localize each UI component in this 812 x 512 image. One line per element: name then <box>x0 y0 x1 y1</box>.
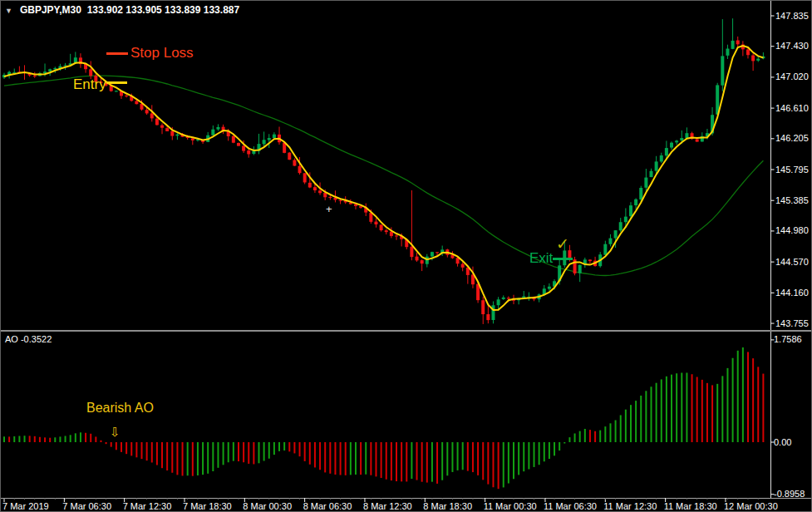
candle-body <box>426 257 429 264</box>
candle-body <box>268 138 271 140</box>
time-axis-label: 11 Mar 12:30 <box>603 501 657 511</box>
candle-body <box>160 126 164 128</box>
candle-body <box>619 222 623 230</box>
candle-body <box>298 166 302 173</box>
candle-body <box>675 140 678 142</box>
price-axis-label: 146.610 <box>775 103 809 113</box>
candle-body <box>247 150 250 154</box>
candle-body <box>273 135 276 138</box>
time-axis-label: 8 Mar 00:30 <box>243 501 292 511</box>
candle-body <box>308 183 312 188</box>
candle-body <box>634 199 637 205</box>
candle-body <box>288 153 291 160</box>
candle-body <box>756 59 760 61</box>
candle-body <box>726 49 729 56</box>
candle-body <box>644 178 647 188</box>
price-axis-label: 144.570 <box>775 257 809 267</box>
candle-body <box>175 135 179 136</box>
candle-body <box>216 127 219 130</box>
candle-body <box>170 131 174 136</box>
candle-body <box>395 235 398 236</box>
exit-check-icon[interactable]: ✓ <box>556 234 569 254</box>
chart-symbol-title: GBPJPY,M30 <box>20 4 81 16</box>
candle-body <box>33 76 37 76</box>
candle-body <box>145 110 149 113</box>
candle-body <box>191 138 194 140</box>
time-axis-label: 8 Mar 12:30 <box>363 501 412 511</box>
time-axis-label: 12 Mar 00:30 <box>724 501 778 511</box>
candle-body <box>497 299 500 305</box>
candle-body <box>155 119 159 126</box>
price-axis-label: 147.835 <box>775 11 809 21</box>
panel-splitter[interactable] <box>1 330 812 332</box>
candle-body <box>588 259 592 261</box>
price-axis-label: 145.385 <box>775 195 809 205</box>
candle-body <box>211 130 214 135</box>
candle-body <box>303 173 307 182</box>
candle-body <box>548 287 551 289</box>
candle-body <box>481 300 485 314</box>
candle-body <box>135 101 138 104</box>
entry-line[interactable] <box>106 81 127 84</box>
stop-loss-line[interactable] <box>106 52 128 55</box>
chart-canvas[interactable] <box>1 1 812 512</box>
chart-window: ▼GBPJPY,M30 133.902 133.905 133.839 133.… <box>0 0 812 512</box>
time-axis-label: 7 Mar 12:30 <box>123 501 172 511</box>
candle-body <box>461 264 465 268</box>
candle-body <box>64 65 67 66</box>
candle-body <box>751 56 755 62</box>
candle-body <box>339 200 342 201</box>
candle-body <box>436 252 439 253</box>
chart-quotes: 133.902 133.905 133.839 133.887 <box>87 4 240 16</box>
candle-body <box>456 258 460 263</box>
candle-body <box>313 187 317 190</box>
bearish-ao-arrow-icon[interactable]: ⇩ <box>110 425 121 440</box>
candle-body <box>421 260 424 263</box>
candle-body <box>685 133 688 138</box>
annotation-exit-label[interactable]: Exit <box>529 250 553 267</box>
time-axis-label: 11 Mar 06:30 <box>544 501 597 511</box>
candle-body <box>731 41 735 49</box>
candle-body <box>380 224 383 230</box>
candle-body <box>165 128 169 131</box>
candle-body <box>237 143 240 146</box>
candle-body <box>374 222 377 224</box>
time-axis-label: 8 Mar 06:30 <box>303 501 352 511</box>
annotation-bearish-ao-label[interactable]: Bearish AO <box>86 401 154 416</box>
candle-body <box>629 205 632 216</box>
symbol-dropdown-icon: ▼ <box>5 7 12 15</box>
candle-body <box>12 72 16 73</box>
time-axis-label: 7 Mar 2019 <box>2 501 49 511</box>
price-axis-label: 143.755 <box>775 318 809 328</box>
candle-body <box>390 232 393 236</box>
candle-body <box>328 197 332 198</box>
title-bar: ▼GBPJPY,M30 133.902 133.905 133.839 133.… <box>5 4 239 16</box>
time-axis-label: 11 Mar 18:30 <box>664 501 717 511</box>
candle-body <box>736 41 740 45</box>
price-axis-label: 144.980 <box>775 225 809 235</box>
ao-indicator-label: AO -0.3522 <box>5 334 52 344</box>
candle-body <box>696 139 699 141</box>
candle-body <box>53 68 57 69</box>
candle-body <box>578 265 582 273</box>
candle-body <box>670 143 673 148</box>
candle-body <box>721 56 724 85</box>
candle-body <box>293 160 296 166</box>
candle-body <box>624 217 627 223</box>
exit-line[interactable] <box>553 258 573 260</box>
annotation-entry-label[interactable]: Entry <box>73 76 106 93</box>
candle-body <box>491 305 495 320</box>
time-axis-label: 7 Mar 06:30 <box>62 501 111 511</box>
candle-body <box>655 161 658 170</box>
candle-body <box>242 146 245 151</box>
annotation-stop-loss-label[interactable]: Stop Loss <box>130 45 194 62</box>
candle-body <box>603 244 607 255</box>
candle-body <box>263 140 266 144</box>
price-axis-label: 145.795 <box>775 165 809 175</box>
time-axis-label: 11 Mar 00:30 <box>484 501 537 511</box>
candle-body <box>502 298 505 299</box>
candle-body <box>318 190 322 193</box>
candle-body <box>150 113 154 118</box>
candle-body <box>431 252 434 256</box>
price-axis-label: 147.430 <box>775 41 809 51</box>
